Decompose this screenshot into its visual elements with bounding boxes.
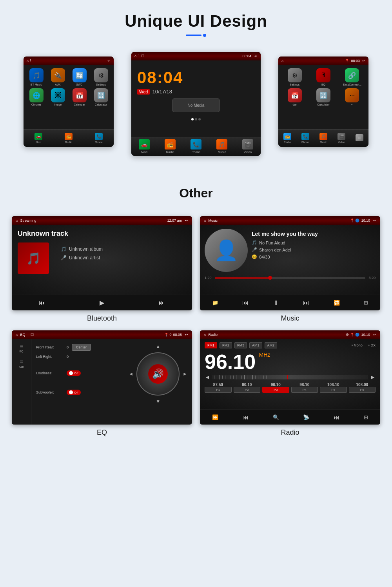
tuner-right-btn[interactable]: ► (370, 374, 376, 380)
bt-play-btn[interactable]: ▶ (100, 299, 104, 306)
preset-4-btn[interactable]: P4 (291, 387, 318, 393)
bt-prev-btn[interactable]: ⏮ (39, 299, 45, 306)
app-calendar-right[interactable]: 📅dar (281, 88, 308, 106)
center-nav-music[interactable]: 🎵 Music (216, 139, 227, 154)
app-bt-music[interactable]: 🎵BT Music (27, 68, 46, 86)
app-image[interactable]: 🖼Image (48, 88, 67, 106)
joystick-right-arrow: ► (183, 371, 187, 377)
eq-time: 08:05 (173, 333, 182, 337)
app-eq-right[interactable]: 🎚EQ (310, 68, 336, 86)
subwoofer-toggle[interactable]: Off (67, 390, 81, 395)
radio-band-row: FM1 FM2 FM3 AM1 AM2 • Mono • DX (205, 342, 376, 348)
subwoofer-label: Subwoofer: (36, 390, 64, 394)
radio-search-btn[interactable]: 🔍 (273, 414, 279, 420)
tuner-needle (287, 375, 288, 379)
band-fm3[interactable]: FM3 (234, 342, 247, 348)
phone-label-left: Phone (94, 141, 102, 144)
center-nav-phone[interactable]: 📞 Phone (191, 139, 201, 154)
right-nav-video[interactable]: 🎬Video (338, 133, 345, 144)
music-pause-btn[interactable]: ⏸ (273, 299, 279, 306)
preset-6-btn[interactable]: P6 (349, 387, 376, 393)
band-fm2[interactable]: FM2 (220, 342, 232, 348)
radio-prev-track[interactable]: ⏩ (212, 414, 218, 420)
app-aux[interactable]: 🔌AUX (48, 68, 67, 86)
app-swc[interactable]: 🔄SWC (70, 68, 89, 86)
music-list-btn[interactable]: ⊞ (364, 300, 368, 306)
preset-5-btn[interactable]: P5 (320, 387, 347, 393)
center-nav-video[interactable]: 🎬 Video (242, 139, 253, 154)
tuner-left-btn[interactable]: ◄ (205, 374, 210, 380)
right-nav-radio[interactable]: 📻Radio (283, 133, 291, 144)
bt-track-title: Unknown track (18, 230, 186, 238)
swc-icon: 🔄 (73, 68, 87, 82)
header-section: Unique UI Design (0, 0, 392, 41)
loudness-toggle[interactable]: Off (67, 370, 81, 376)
music-progress-container: 1:20 3:20 (205, 276, 376, 280)
center-radio-icon: 📻 (165, 139, 176, 149)
settings-label-right: Settings (290, 83, 299, 86)
app-settings[interactable]: ⚙Settings (91, 68, 111, 86)
app-calc-right[interactable]: 🔢Calculator (310, 88, 336, 106)
center-music-icon: 🎵 (216, 139, 227, 149)
preset-6-freq: 108.00 (356, 383, 368, 387)
eq-joystick[interactable]: 🔊 (136, 352, 180, 396)
left-screen-card: ⌂ ⋮ ↩ 🎵BT Music 🔌AUX 🔄SWC ⚙Settings 🌐Chr… (24, 57, 114, 147)
eq-title-bar: EQ ⋮ ☐ (20, 333, 34, 337)
radio-back-icon: ↩ (373, 333, 376, 337)
app-calendar[interactable]: 📅Calendar (70, 88, 89, 106)
preset-1-btn[interactable]: P1 (205, 387, 232, 393)
bt-next-btn[interactable]: ⏭ (159, 299, 165, 306)
center-nav-radio[interactable]: 📻 Radio (165, 139, 176, 154)
radio-wifi-btn[interactable]: 📡 (303, 414, 309, 420)
preset-3-btn[interactable]: P3 (262, 387, 289, 393)
tuner-bar[interactable] (212, 375, 368, 379)
right-phone-label: Phone (301, 141, 309, 144)
eq-subwoofer-row: Subwoofer: Off (36, 390, 123, 395)
band-am1[interactable]: AM1 (249, 342, 262, 348)
progress-bar[interactable] (215, 277, 366, 279)
chrome-label: Chrome (31, 103, 41, 106)
title-underline (0, 34, 392, 37)
right-nav-phone[interactable]: 📞Phone (301, 133, 309, 144)
app-chrome[interactable]: 🌐Chrome (27, 88, 46, 106)
music-prev-btn[interactable]: ⏮ (242, 299, 249, 306)
eq-sidebar-eq[interactable]: ≡ EQ (19, 343, 23, 353)
music-repeat-btn[interactable]: 🔁 (334, 300, 340, 306)
music-track-icon: 😊 (252, 254, 257, 259)
eq-sidebar-fab[interactable]: ≡ FAB (19, 359, 24, 368)
radio-list-btn[interactable]: ⊞ (364, 414, 368, 420)
app-calculator[interactable]: 🔢Calculator (91, 88, 111, 106)
eq-screen: ⌂ EQ ⋮ ☐ 📍 0 08:05 ↩ ≡ EQ ≡ FAB (12, 330, 192, 425)
music-singer-row: 🎤 Sharon den Adel (252, 247, 318, 252)
right-nav-grid[interactable]: ⊞ (356, 134, 363, 142)
more-icon-right: ··· (345, 88, 359, 102)
center-button[interactable]: Center (72, 344, 91, 351)
bt-album-row: 🎵 Unknown album (61, 246, 103, 252)
band-fm1[interactable]: FM1 (205, 342, 217, 348)
band-am2[interactable]: AM2 (265, 342, 278, 348)
left-nav-phone[interactable]: 📞Phone (94, 133, 102, 144)
app-easy-right[interactable]: 🔗EasyConnect... (339, 68, 365, 86)
preset-2-btn[interactable]: P2 (234, 387, 261, 393)
right-app-grid: ⚙Settings 🎚EQ 🔗EasyConnect... 📅dar 🔢Calc… (278, 65, 368, 126)
left-nav-navi[interactable]: 🚗Navi (34, 133, 42, 144)
center-nav-navi[interactable]: 🚗 Navi (139, 139, 150, 154)
radio-prev-btn[interactable]: ⏮ (243, 414, 249, 421)
eq-front-rear-row: Front Rear: 0 Center (36, 344, 123, 351)
radio-freq-row: 96.10 MHz (205, 352, 376, 372)
music-next-btn[interactable]: ⏭ (303, 299, 309, 306)
left-nav-radio[interactable]: 📻Radio (65, 133, 73, 144)
navi-icon-left: 🚗 (34, 133, 42, 140)
clock-time: 08:04 (137, 68, 255, 87)
music-folder-icon[interactable]: 📁 (212, 300, 218, 306)
radio-next-btn[interactable]: ⏭ (334, 414, 339, 421)
music-controls-bar: 📁 ⏮ ⏸ ⏭ 🔁 ⊞ (200, 295, 380, 310)
right-radio-label: Radio (284, 141, 291, 144)
phone-icon-left: 📞 (95, 133, 103, 140)
app-more-right[interactable]: ······ (339, 88, 365, 106)
time-elapsed: 1:20 (205, 276, 212, 280)
screens-container: ⌂ ⋮ ↩ 🎵BT Music 🔌AUX 🔄SWC ⚙Settings 🌐Chr… (12, 49, 380, 159)
right-video-label: Video (338, 141, 345, 144)
app-settings-right[interactable]: ⚙Settings (281, 68, 308, 86)
right-nav-music[interactable]: 🎵Music (319, 133, 327, 144)
